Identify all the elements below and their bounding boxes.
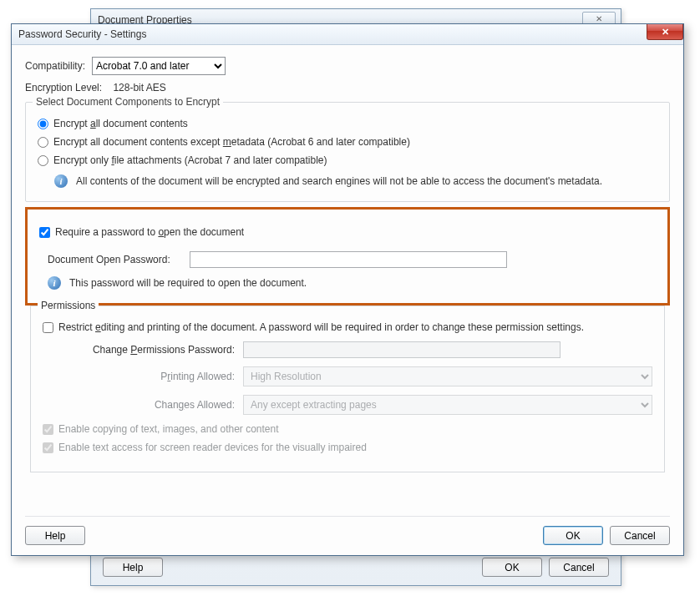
document-properties-close-button[interactable]: ✕	[582, 12, 616, 13]
document-properties-window: Document Properties ✕ Help OK Cancel	[90, 8, 621, 13]
document-properties-titlebar: Document Properties ✕	[91, 9, 621, 13]
